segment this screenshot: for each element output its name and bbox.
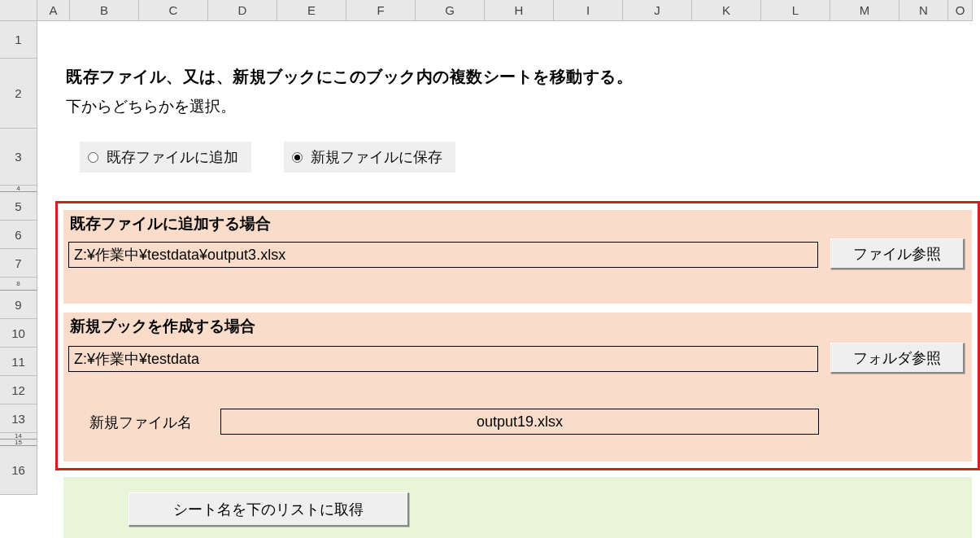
column-header[interactable]: G [416, 0, 485, 21]
row-header[interactable]: 2 [0, 59, 37, 129]
row-header[interactable]: 14 [0, 433, 37, 440]
button-label: フォルダ参照 [853, 348, 941, 368]
column-header[interactable]: E [277, 0, 346, 21]
column-header[interactable]: J [623, 0, 692, 21]
row-headers: 12345678910111213141516 [0, 21, 37, 495]
existing-file-label: 既存ファイルに追加する場合 [70, 213, 271, 234]
radio-existing-file[interactable]: 既存ファイルに追加 [80, 142, 251, 173]
row-header[interactable]: 11 [0, 348, 37, 376]
column-header[interactable]: B [70, 0, 139, 21]
row-header[interactable]: 9 [0, 291, 37, 319]
save-mode-radio-group: 既存ファイルに追加 新規ファイルに保存 [80, 142, 455, 173]
row-header[interactable]: 4 [0, 186, 37, 192]
input-value: output19.xlsx [477, 413, 563, 431]
radio-label: 既存ファイルに追加 [107, 147, 238, 167]
column-header[interactable]: A [37, 0, 70, 21]
row-header[interactable]: 6 [0, 221, 37, 249]
column-header[interactable]: H [485, 0, 554, 21]
column-header[interactable]: C [139, 0, 208, 21]
new-filename-input[interactable]: output19.xlsx [220, 409, 819, 435]
select-all-corner[interactable] [0, 0, 37, 21]
row-header[interactable]: 5 [0, 192, 37, 221]
radio-new-file[interactable]: 新規ファイルに保存 [284, 142, 455, 173]
row-header[interactable]: 10 [0, 319, 37, 348]
column-header[interactable]: I [554, 0, 623, 21]
column-header[interactable]: K [692, 0, 761, 21]
row-header[interactable]: 8 [0, 278, 37, 291]
column-header[interactable]: D [208, 0, 277, 21]
radio-icon [88, 152, 98, 163]
row-header[interactable]: 15 [0, 440, 37, 446]
row-header[interactable]: 1 [0, 21, 37, 59]
radio-label: 新規ファイルに保存 [311, 147, 442, 167]
column-header[interactable]: O [948, 0, 973, 21]
page-subtitle: 下からどちらかを選択。 [66, 96, 236, 117]
column-header[interactable]: M [830, 0, 899, 21]
row-header[interactable]: 7 [0, 249, 37, 278]
spreadsheet-view: ABCDEFGHIJKLMNO 12345678910111213141516 … [0, 0, 980, 538]
grid-content: 既存ファイル、又は、新規ブックにこのブック内の複数シートを移動する。 下からどち… [37, 21, 980, 538]
radio-icon [292, 152, 303, 163]
input-value: Z:¥作業中¥testdata¥output3.xlsx [74, 245, 285, 265]
row-header[interactable]: 13 [0, 405, 37, 433]
column-headers: ABCDEFGHIJKLMNO [0, 0, 973, 21]
new-book-folder-input[interactable]: Z:¥作業中¥testdata [68, 346, 818, 372]
folder-browse-button[interactable]: フォルダ参照 [830, 343, 965, 374]
row-header[interactable]: 16 [0, 446, 37, 495]
file-browse-button[interactable]: ファイル参照 [830, 238, 965, 269]
row-header[interactable]: 12 [0, 376, 37, 405]
input-value: Z:¥作業中¥testdata [74, 349, 199, 369]
existing-file-path-input[interactable]: Z:¥作業中¥testdata¥output3.xlsx [68, 242, 818, 268]
column-header[interactable]: F [346, 0, 416, 21]
column-header[interactable]: L [761, 0, 830, 21]
column-header[interactable]: N [899, 0, 948, 21]
page-title: 既存ファイル、又は、新規ブックにこのブック内の複数シートを移動する。 [66, 66, 633, 88]
row-header[interactable]: 3 [0, 129, 37, 186]
button-label: シート名を下のリストに取得 [173, 500, 364, 519]
new-book-label: 新規ブックを作成する場合 [70, 316, 255, 337]
button-label: ファイル参照 [853, 244, 941, 264]
get-sheet-names-button[interactable]: シート名を下のリストに取得 [128, 492, 409, 527]
new-filename-label: 新規ファイル名 [89, 413, 192, 432]
